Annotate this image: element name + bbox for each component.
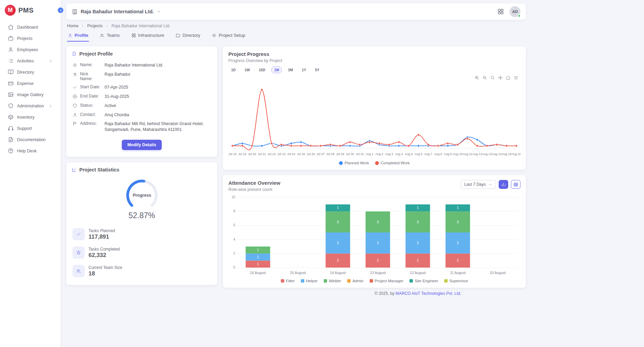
legend-item-fitter[interactable]: Fitter xyxy=(281,279,295,283)
svg-text:Aug 13: Aug 13 xyxy=(482,152,492,156)
chevron-right-icon xyxy=(49,59,53,63)
chevron-left-icon xyxy=(59,9,63,12)
sidebar-item-inventory[interactable]: Inventory xyxy=(3,112,58,122)
range-button-5y[interactable]: 5Y xyxy=(312,66,322,73)
tab-directory[interactable]: Directory xyxy=(175,31,201,42)
sidebar-item-activities[interactable]: Activities xyxy=(3,56,58,66)
card-subtitle: Role-wise present count xyxy=(228,187,280,192)
main-area: Raja Bahadur International Ltd. AD Home … xyxy=(61,0,644,347)
card-title: Project Progress xyxy=(228,51,269,57)
grid-icon xyxy=(131,33,136,38)
svg-text:6: 6 xyxy=(233,223,235,227)
tab-teams[interactable]: Teams xyxy=(99,31,120,42)
selection-zoom-icon[interactable] xyxy=(490,75,495,80)
breadcrumb-projects[interactable]: Projects xyxy=(87,24,102,28)
range-button-1m[interactable]: 1M xyxy=(271,66,282,73)
chevron-down-icon xyxy=(157,10,161,14)
zoom-out-icon[interactable] xyxy=(482,75,487,80)
sidebar-item-projects[interactable]: Projects xyxy=(3,33,58,44)
company-name: Raja Bahadur International Ltd. xyxy=(81,9,154,14)
reset-home-icon[interactable] xyxy=(506,75,511,80)
sidebar-item-employees[interactable]: Employees xyxy=(3,44,58,55)
chart-icon xyxy=(72,167,77,172)
line-chart-legend: Planned WorkCompleted Work xyxy=(228,161,520,165)
range-button-15d[interactable]: 15D xyxy=(256,66,268,73)
zoom-in-icon[interactable] xyxy=(474,75,479,80)
svg-text:3: 3 xyxy=(337,241,339,245)
legend-item-admin[interactable]: Admin xyxy=(347,279,364,283)
building-icon xyxy=(72,9,78,15)
chart-toolbar xyxy=(228,75,520,81)
company-selector[interactable]: Raja Bahadur International Ltd. xyxy=(72,9,161,15)
chart-view-button[interactable] xyxy=(499,180,508,189)
svg-text:Jul 26: Jul 26 xyxy=(307,152,315,156)
card-title: Project Statistics xyxy=(79,167,119,172)
svg-text:10 August: 10 August xyxy=(490,271,506,275)
svg-text:Jul 23: Jul 23 xyxy=(277,152,286,156)
chevron-right-icon xyxy=(105,24,109,28)
svg-text:1: 1 xyxy=(457,206,459,210)
tab-infrastructure[interactable]: Infrastructure xyxy=(131,31,165,42)
pan-icon[interactable] xyxy=(498,75,503,80)
svg-text:Jul 30: Jul 30 xyxy=(346,152,354,156)
legend-item-supervisor[interactable]: Supervisor xyxy=(444,279,468,283)
sidebar-item-support[interactable]: Support xyxy=(3,123,58,134)
breadcrumb: Home Projects Raja Bahadur International… xyxy=(67,24,525,28)
svg-text:3: 3 xyxy=(457,241,459,245)
user-icon xyxy=(68,33,73,38)
sidebar-item-directory[interactable]: Directory xyxy=(3,67,58,77)
svg-text:2: 2 xyxy=(233,252,235,255)
svg-text:Jul 27: Jul 27 xyxy=(317,152,325,156)
bar-chart-svg[interactable]: 024681016 August11115 August14 August233… xyxy=(228,195,520,276)
sidebar-item-expense[interactable]: Expense xyxy=(3,78,58,89)
sidebar: M PMS Dashboard Projects Employees Activ… xyxy=(0,0,61,347)
gear-icon xyxy=(73,63,77,67)
app-brand[interactable]: M PMS xyxy=(0,0,61,21)
modify-details-button[interactable]: Modify Details xyxy=(122,140,162,150)
file-icon xyxy=(8,137,14,142)
svg-text:12 August: 12 August xyxy=(410,271,426,275)
sidebar-item-documentation[interactable]: Documentation xyxy=(3,134,58,145)
range-button-1d[interactable]: 1D xyxy=(228,66,238,73)
apps-grid-icon[interactable] xyxy=(497,8,504,15)
svg-text:Aug 3: Aug 3 xyxy=(385,152,393,156)
chart-menu-icon[interactable] xyxy=(514,75,518,80)
range-button-3m[interactable]: 3M xyxy=(285,66,296,73)
attendance-chart[interactable]: 024681016 August11115 August14 August233… xyxy=(228,195,520,277)
top-header: Raja Bahadur International Ltd. AD xyxy=(66,3,526,20)
table-icon xyxy=(513,182,518,187)
check-icon xyxy=(73,85,77,90)
range-button-1w[interactable]: 1W xyxy=(242,66,253,73)
star-icon xyxy=(76,250,81,255)
legend-item-helper[interactable]: Helper xyxy=(301,279,318,283)
table-view-button[interactable] xyxy=(511,180,520,189)
legend-item-site-engineer[interactable]: Site Engineer xyxy=(409,279,438,283)
sidebar-item-image-gallery[interactable]: Image Gallery xyxy=(3,89,58,100)
svg-text:Aug 6: Aug 6 xyxy=(415,152,423,156)
footer-company-link[interactable]: MARCO AIoT Technologies Pvt. Ltd. xyxy=(396,291,461,296)
sidebar-collapse-button[interactable] xyxy=(57,7,64,14)
sidebar-item-dashboard[interactable]: Dashboard xyxy=(3,22,58,32)
legend-item-welder[interactable]: Welder xyxy=(324,279,341,283)
svg-text:3: 3 xyxy=(337,220,339,224)
tab-profile[interactable]: Profile xyxy=(67,31,89,42)
line-chart-svg[interactable]: Jul 18Jul 19Jul 20Jul 21Jul 22Jul 23Jul … xyxy=(228,81,520,159)
sidebar-item-help-desk[interactable]: Help Desk xyxy=(3,146,58,156)
user-icon xyxy=(73,112,77,117)
breadcrumb-home[interactable]: Home xyxy=(67,24,78,28)
project-statistics-card: Project Statistics Progress 52.87% Tasks… xyxy=(66,162,217,285)
legend-item-completed-work[interactable]: Completed Work xyxy=(375,161,409,165)
svg-text:Jul 19: Jul 19 xyxy=(238,152,246,156)
date-range-select[interactable]: Last 7 Days xyxy=(461,180,496,189)
range-button-1y[interactable]: 1Y xyxy=(299,66,309,73)
legend-item-project-manager[interactable]: Project Manager xyxy=(370,279,403,283)
svg-text:Jul 29: Jul 29 xyxy=(336,152,344,156)
project-progress-chart[interactable]: Jul 18Jul 19Jul 20Jul 21Jul 22Jul 23Jul … xyxy=(228,81,520,160)
users-icon xyxy=(76,269,81,273)
tab-project-setup[interactable]: Project Setup xyxy=(211,31,246,42)
legend-item-planned-work[interactable]: Planned Work xyxy=(339,161,369,165)
progress-gauge: Progress xyxy=(72,177,212,213)
sidebar-item-administration[interactable]: Administration xyxy=(3,101,58,111)
svg-text:8: 8 xyxy=(233,209,235,213)
user-avatar[interactable]: AD xyxy=(510,6,520,17)
